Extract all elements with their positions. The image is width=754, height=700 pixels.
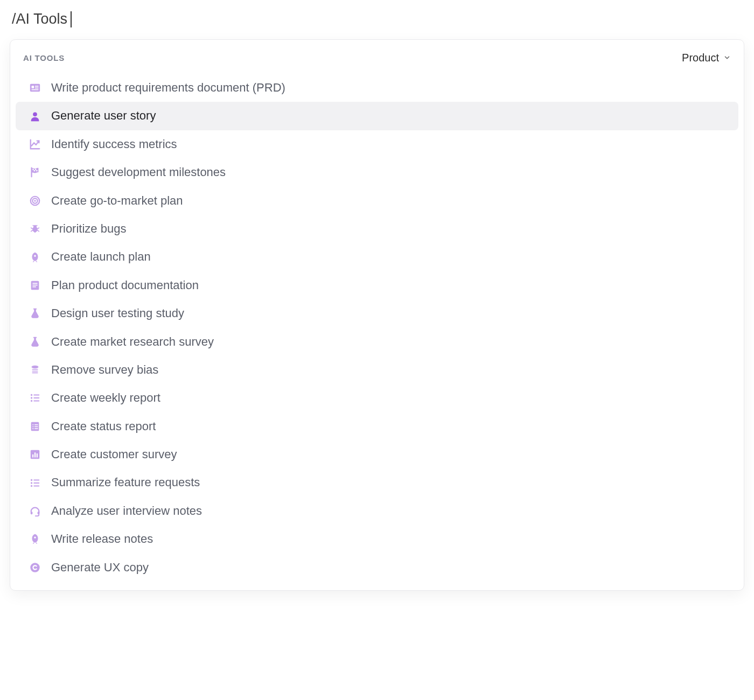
panel-header: AI TOOLS Product: [10, 50, 744, 71]
tool-item[interactable]: Create go-to-market plan: [16, 187, 738, 215]
list-icon: [29, 391, 41, 404]
text-caret: [71, 11, 72, 27]
bar-chart-icon: [29, 448, 41, 461]
flask-icon: [29, 335, 41, 348]
tool-label: Suggest development milestones: [51, 165, 226, 179]
tool-label: Identify success metrics: [51, 137, 177, 151]
clipboard-list-icon: [29, 420, 41, 433]
ai-tools-panel: AI TOOLS Product Write product requireme…: [10, 39, 744, 591]
chevron-down-icon: [723, 52, 731, 64]
slash-command-input[interactable]: /AI Tools: [10, 10, 744, 29]
filter-label: Product: [682, 52, 719, 64]
tool-label: Prioritize bugs: [51, 222, 126, 236]
tool-item[interactable]: Create launch plan: [16, 243, 738, 271]
chart-line-icon: [29, 138, 41, 151]
list-icon: [29, 477, 41, 489]
tool-item[interactable]: Remove survey bias: [16, 356, 738, 384]
id-card-icon: [29, 81, 41, 94]
tool-item[interactable]: Analyze user interview notes: [16, 497, 738, 525]
headset-icon: [29, 505, 41, 517]
flag-checkered-icon: [29, 166, 41, 179]
flask-icon: [29, 307, 41, 320]
tool-label: Write product requirements document (PRD…: [51, 81, 285, 95]
rocket-icon: [29, 533, 41, 545]
tool-label: Create go-to-market plan: [51, 194, 183, 208]
user-icon: [29, 110, 41, 123]
book-icon: [29, 279, 41, 292]
tool-item[interactable]: Design user testing study: [16, 299, 738, 327]
bug-icon: [29, 222, 41, 235]
tool-item[interactable]: Suggest development milestones: [16, 158, 738, 186]
tool-item[interactable]: Generate user story: [16, 102, 738, 130]
tool-item[interactable]: Create weekly report: [16, 384, 738, 412]
bullseye-icon: [29, 194, 41, 207]
tool-label: Summarize feature requests: [51, 475, 200, 489]
category-filter[interactable]: Product: [682, 52, 731, 64]
tool-label: Create launch plan: [51, 250, 151, 264]
tool-item[interactable]: Plan product documentation: [16, 271, 738, 299]
tool-label: Remove survey bias: [51, 363, 158, 377]
tool-item[interactable]: Identify success metrics: [16, 130, 738, 158]
tool-item[interactable]: Create customer survey: [16, 440, 738, 468]
tool-item[interactable]: Create status report: [16, 412, 738, 440]
tool-item[interactable]: Prioritize bugs: [16, 215, 738, 243]
tool-label: Write release notes: [51, 532, 153, 546]
tool-label: Generate user story: [51, 109, 156, 123]
tool-item[interactable]: Write product requirements document (PRD…: [16, 74, 738, 102]
command-text: /AI Tools: [12, 11, 67, 27]
rocket-icon: [29, 251, 41, 264]
tool-item[interactable]: Create market research survey: [16, 328, 738, 356]
tool-label: Analyze user interview notes: [51, 504, 202, 518]
tool-label: Generate UX copy: [51, 561, 149, 575]
tool-item[interactable]: Summarize feature requests: [16, 468, 738, 496]
tool-label: Create status report: [51, 419, 156, 433]
tool-item[interactable]: Generate UX copy: [16, 554, 738, 582]
tool-label: Plan product documentation: [51, 278, 199, 292]
tool-list: Write product requirements document (PRD…: [10, 74, 744, 582]
balance-icon: [29, 363, 41, 376]
tool-item[interactable]: Write release notes: [16, 525, 738, 553]
tool-label: Create market research survey: [51, 335, 214, 349]
panel-title: AI TOOLS: [23, 53, 65, 62]
tool-label: Create customer survey: [51, 447, 177, 461]
tool-label: Create weekly report: [51, 391, 160, 405]
tool-label: Design user testing study: [51, 306, 184, 320]
copyright-icon: [29, 561, 41, 574]
